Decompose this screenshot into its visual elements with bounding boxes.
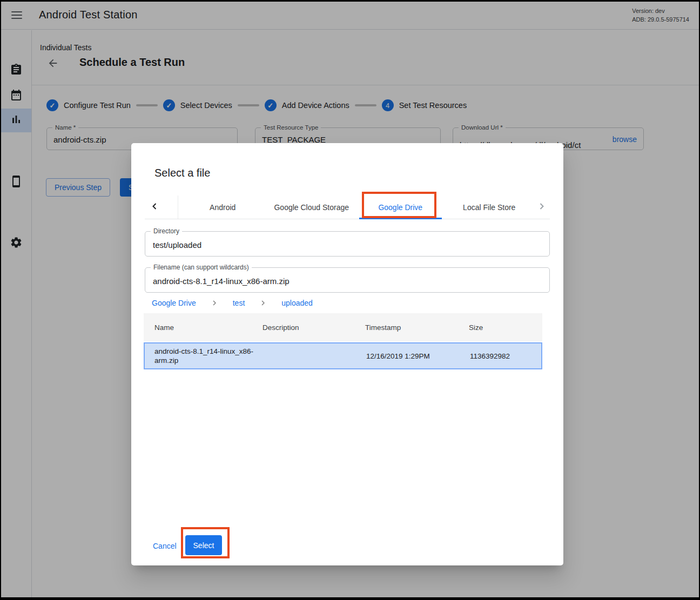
- active-tab-underline: [359, 218, 442, 219]
- column-header-size: Size: [469, 323, 542, 332]
- column-header-description: Description: [262, 323, 365, 332]
- file-source-tabs: Android Google Cloud Storage Google Driv…: [145, 195, 550, 219]
- file-size-cell: 1136392982: [470, 352, 541, 360]
- breadcrumb: Google Drive test uploaded: [152, 299, 313, 307]
- cancel-button[interactable]: Cancel: [153, 542, 177, 550]
- app-window: Android Test Station Version: dev ADB: 2…: [1, 2, 699, 597]
- tabs-scroll-left-button[interactable]: [145, 195, 178, 219]
- column-header-timestamp: Timestamp: [365, 323, 469, 332]
- breadcrumb-test[interactable]: test: [233, 299, 245, 307]
- chevron-right-icon: [210, 299, 219, 307]
- directory-field[interactable]: [145, 232, 549, 250]
- directory-field-container: Directory: [145, 231, 550, 257]
- breadcrumb-uploaded[interactable]: uploaded: [281, 299, 313, 307]
- chevron-right-icon: [259, 299, 267, 307]
- chevron-right-icon: [536, 201, 547, 214]
- tab-local-file-store[interactable]: Local File Store: [445, 195, 534, 219]
- file-timestamp-cell: 12/16/2019 1:29PM: [366, 352, 470, 360]
- breadcrumb-google-drive[interactable]: Google Drive: [152, 299, 196, 307]
- file-table: Name Description Timestamp Size android-…: [144, 313, 542, 369]
- tab-google-drive[interactable]: Google Drive: [356, 195, 445, 219]
- dialog-title: Select a file: [154, 167, 210, 179]
- directory-field-label: Directory: [151, 227, 182, 235]
- select-button[interactable]: Select: [185, 535, 222, 555]
- filename-field-label: Filename (can support wildcards): [151, 264, 252, 271]
- tab-google-cloud-storage[interactable]: Google Cloud Storage: [267, 195, 356, 219]
- file-name-cell: android-cts-8.1_r14-linux_x86-arm.zip: [145, 343, 264, 368]
- tab-android[interactable]: Android: [178, 195, 267, 219]
- filename-field-container: Filename (can support wildcards): [145, 267, 550, 293]
- tabs-scroll-right-button[interactable]: [534, 195, 550, 219]
- chevron-left-icon: [149, 201, 160, 214]
- column-header-name: Name: [144, 323, 262, 332]
- select-file-dialog: Select a file Android Google Cloud Stora…: [131, 143, 563, 565]
- file-table-header: Name Description Timestamp Size: [144, 313, 542, 341]
- table-row-selected[interactable]: android-cts-8.1_r14-linux_x86-arm.zip 12…: [144, 342, 542, 369]
